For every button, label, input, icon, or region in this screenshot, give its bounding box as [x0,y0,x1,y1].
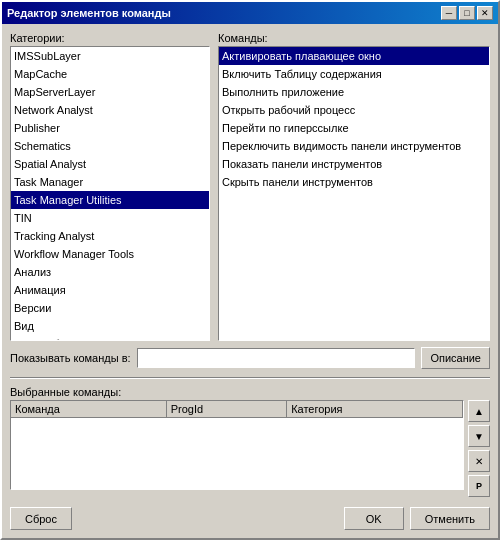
category-item[interactable]: TIN [11,209,209,227]
category-item[interactable]: Publisher [11,119,209,137]
command-item[interactable]: Переключить видимость панели инструменто… [219,137,489,155]
divider [10,377,490,378]
selected-commands-table[interactable]: Команда ProgId Категория [10,400,464,490]
description-button[interactable]: Описание [421,347,490,369]
commands-label: Команды: [218,32,490,44]
close-button[interactable]: ✕ [477,6,493,20]
category-item[interactable]: Workflow Manager Tools [11,245,209,263]
category-item[interactable]: Версии [11,299,209,317]
category-item[interactable]: Schematics [11,137,209,155]
dialog-content: Категории: IMSSubLayerMapCacheMapServerL… [2,24,498,538]
bottom-right-buttons: OK Отменить [344,507,490,530]
show-commands-row: Показывать команды в: Описание [10,347,490,369]
properties-button[interactable]: P [468,475,490,497]
top-section: Категории: IMSSubLayerMapCacheMapServerL… [10,32,490,341]
remove-button[interactable]: ✕ [468,450,490,472]
category-item[interactable]: Анализ [11,263,209,281]
ok-button[interactable]: OK [344,507,404,530]
command-item[interactable]: Включить Таблицу содержания [219,65,489,83]
minimize-button[interactable]: ─ [441,6,457,20]
categories-panel: Категории: IMSSubLayerMapCacheMapServerL… [10,32,210,341]
category-item[interactable]: MapCache [11,65,209,83]
category-item[interactable]: Tracking Analyst [11,227,209,245]
categories-listbox[interactable]: IMSSubLayerMapCacheMapServerLayerNetwork… [10,46,210,341]
category-item[interactable]: Task Manager [11,173,209,191]
command-item[interactable]: Открыть рабочий процесс [219,101,489,119]
side-buttons: ▲ ▼ ✕ P [468,400,490,497]
command-item[interactable]: Выполнить приложение [219,83,489,101]
category-item[interactable]: Вид глобуса [11,335,209,341]
selected-table-container: Команда ProgId Категория ▲ ▼ ✕ P [10,400,490,497]
col-progid: ProgId [166,401,287,418]
command-item[interactable]: Скрыть панели инструментов [219,173,489,191]
selected-commands-section: Выбранные команды: Команда ProgId Катего… [10,386,490,497]
move-up-button[interactable]: ▲ [468,400,490,422]
maximize-button[interactable]: □ [459,6,475,20]
commands-listbox[interactable]: Активировать плавающее окноВключить Табл… [218,46,490,341]
category-item[interactable]: IMSSubLayer [11,47,209,65]
cancel-button[interactable]: Отменить [410,507,490,530]
commands-panel: Команды: Активировать плавающее окноВклю… [218,32,490,341]
category-item[interactable]: Task Manager Utilities [11,191,209,209]
command-item[interactable]: Активировать плавающее окно [219,47,489,65]
bottom-buttons: Сброс OK Отменить [10,503,490,530]
move-down-button[interactable]: ▼ [468,425,490,447]
category-item[interactable]: MapServerLayer [11,83,209,101]
category-item[interactable]: Network Analyst [11,101,209,119]
category-item[interactable]: Анимация [11,281,209,299]
command-item[interactable]: Перейти по гиперссылке [219,119,489,137]
title-buttons: ─ □ ✕ [441,6,493,20]
main-window: Редактор элементов команды ─ □ ✕ Категор… [0,0,500,540]
col-command: Команда [11,401,166,418]
reset-button[interactable]: Сброс [10,507,72,530]
show-commands-input[interactable] [137,348,416,368]
window-title: Редактор элементов команды [7,7,171,19]
category-item[interactable]: Spatial Analyst [11,155,209,173]
command-item[interactable]: Показать панели инструментов [219,155,489,173]
title-bar: Редактор элементов команды ─ □ ✕ [2,2,498,24]
selected-commands-label: Выбранные команды: [10,386,490,398]
show-commands-label: Показывать команды в: [10,352,131,364]
col-category: Категория [287,401,463,418]
category-item[interactable]: Вид [11,317,209,335]
categories-label: Категории: [10,32,210,44]
